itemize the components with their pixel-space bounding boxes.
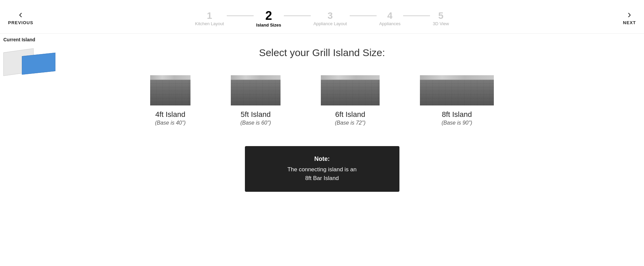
island-blue-piece bbox=[22, 53, 55, 75]
step-5[interactable]: 5 3D View bbox=[433, 11, 449, 26]
step-4[interactable]: 4 Appliances bbox=[379, 11, 401, 26]
island-name-5ft: 5ft Island bbox=[241, 110, 270, 119]
island-option-5ft[interactable]: 5ft Island (Base is 60") bbox=[231, 75, 281, 126]
island-sub-8ft: (Base is 90") bbox=[441, 120, 472, 126]
prev-arrow-icon: ‹ bbox=[19, 8, 23, 19]
stone-top-6ft bbox=[321, 75, 380, 80]
next-arrow-icon: › bbox=[628, 8, 631, 19]
note-line1: The connecting island is an bbox=[287, 166, 356, 173]
step-4-name: Appliances bbox=[379, 21, 401, 26]
note-text: The connecting island is an 8ft Bar Isla… bbox=[265, 165, 379, 182]
prev-label: PREVIOUS bbox=[8, 20, 33, 25]
step-1[interactable]: 1 Kitchen Layout bbox=[195, 11, 224, 26]
stone-top-4ft bbox=[150, 75, 190, 80]
step-1-number: 1 bbox=[207, 11, 212, 20]
step-3[interactable]: 3 Appliance Layout bbox=[313, 11, 347, 26]
island-options-row: 4ft Island (Base is 40") 5ft Island (Bas… bbox=[150, 75, 494, 126]
step-2-name: Island Sizes bbox=[256, 23, 281, 28]
island-name-8ft: 8ft Island bbox=[442, 110, 472, 119]
next-label: NEXT bbox=[623, 20, 636, 25]
island-option-4ft[interactable]: 4ft Island (Base is 40") bbox=[150, 75, 190, 126]
step-4-number: 4 bbox=[387, 11, 393, 20]
stone-body-5ft bbox=[231, 80, 281, 105]
island-sub-6ft: (Base is 72") bbox=[335, 120, 366, 126]
stone-body-6ft bbox=[321, 80, 380, 105]
step-1-name: Kitchen Layout bbox=[195, 21, 224, 26]
main-title: Select your Grill Island Size: bbox=[259, 47, 385, 58]
top-navigation: ‹ PREVIOUS 1 Kitchen Layout 2 Island Siz… bbox=[0, 0, 644, 34]
stone-top-5ft bbox=[231, 75, 281, 80]
note-title: Note: bbox=[265, 156, 379, 163]
main-content: Select your Grill Island Size: 4ft Islan… bbox=[0, 34, 644, 192]
current-island-label: Current Island bbox=[3, 37, 35, 42]
step-2[interactable]: 2 Island Sizes bbox=[256, 10, 281, 28]
island-name-6ft: 6ft Island bbox=[335, 110, 365, 119]
island-image-6ft bbox=[321, 75, 380, 105]
island-image-8ft bbox=[420, 75, 494, 105]
step-3-name: Appliance Layout bbox=[313, 21, 347, 26]
step-line-1 bbox=[227, 15, 254, 16]
step-line-2 bbox=[284, 15, 311, 16]
stone-body-4ft bbox=[150, 80, 190, 105]
island-image-4ft bbox=[150, 75, 190, 105]
island-sub-4ft: (Base is 40") bbox=[155, 120, 185, 126]
island-image-5ft bbox=[231, 75, 281, 105]
island-option-8ft[interactable]: 8ft Island (Base is 90") bbox=[420, 75, 494, 126]
current-island-panel: Current Island bbox=[3, 37, 60, 81]
current-island-preview bbox=[3, 44, 60, 81]
prev-button[interactable]: ‹ PREVIOUS bbox=[8, 8, 33, 25]
stone-body-8ft bbox=[420, 80, 494, 105]
note-box: Note: The connecting island is an 8ft Ba… bbox=[245, 146, 399, 192]
step-line-3 bbox=[350, 15, 377, 16]
step-5-name: 3D View bbox=[433, 21, 449, 26]
step-line-4 bbox=[403, 15, 430, 16]
island-option-6ft[interactable]: 6ft Island (Base is 72") bbox=[321, 75, 380, 126]
island-sub-5ft: (Base is 60") bbox=[240, 120, 271, 126]
next-button[interactable]: › NEXT bbox=[623, 8, 636, 25]
step-3-number: 3 bbox=[328, 11, 333, 20]
stone-top-8ft bbox=[420, 75, 494, 80]
step-2-number: 2 bbox=[265, 10, 272, 22]
note-line2: 8ft Bar Island bbox=[305, 175, 339, 181]
step-5-number: 5 bbox=[438, 11, 444, 20]
island-name-4ft: 4ft Island bbox=[155, 110, 185, 119]
step-indicator: 1 Kitchen Layout 2 Island Sizes 3 Applia… bbox=[195, 10, 449, 28]
